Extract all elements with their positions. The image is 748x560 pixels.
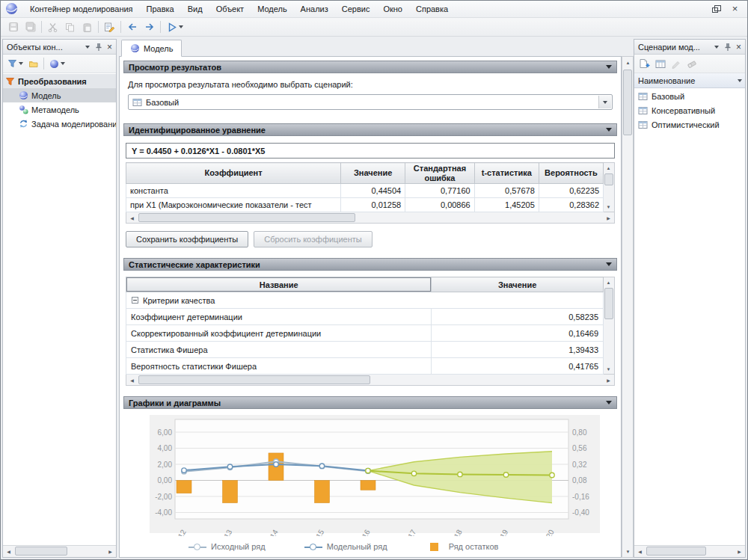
- pin-icon[interactable]: [94, 42, 103, 52]
- delete-scenario-button[interactable]: [684, 56, 699, 72]
- back-button[interactable]: [123, 19, 141, 35]
- scroll-thumb[interactable]: [604, 288, 613, 319]
- objects-panel-header: Объекты кон... ×: [3, 40, 116, 55]
- scenarios-panel-hscrollbar[interactable]: ◀ ▶: [634, 545, 745, 557]
- menu-help[interactable]: Справка: [409, 1, 455, 16]
- main-vscrollbar[interactable]: ▲ ▼: [622, 56, 634, 558]
- close-panel-icon[interactable]: ×: [107, 43, 112, 52]
- tree-item-metamodel[interactable]: Метамодель: [3, 102, 116, 117]
- filter-button[interactable]: [5, 56, 25, 72]
- table-hscrollbar[interactable]: ◀ ▶: [126, 212, 615, 224]
- collapse-group-icon[interactable]: [132, 297, 138, 304]
- scroll-right-button[interactable]: ▶: [105, 546, 116, 557]
- scenario-row-base[interactable]: Базовый: [634, 89, 745, 103]
- reset-coefficients-button[interactable]: Сбросить коэффициенты: [254, 231, 372, 247]
- scroll-up-button[interactable]: ▲: [604, 277, 613, 287]
- objects-panel-hscrollbar[interactable]: ◀ ▶: [3, 545, 116, 557]
- scenario-combobox[interactable]: Базовый: [128, 94, 613, 110]
- save-all-button[interactable]: [22, 19, 39, 35]
- scroll-left-button[interactable]: ◀: [126, 212, 138, 223]
- scroll-up-button[interactable]: ▲: [622, 57, 634, 68]
- tree-item-model[interactable]: Модель: [3, 88, 116, 102]
- menu-analysis[interactable]: Анализ: [294, 1, 335, 16]
- section-header-equation[interactable]: Идентифицированное уравнение: [123, 123, 617, 136]
- menu-container-modeling[interactable]: Контейнер моделирования: [23, 1, 140, 16]
- tree-item-label: Задача моделирования: [31, 120, 116, 129]
- equation-box[interactable]: Y = 0.4450 + 0.0126*X1 - 0.0801*X5: [126, 143, 615, 159]
- scroll-down-button[interactable]: ▼: [622, 546, 634, 557]
- table-row[interactable]: при X1 (Макроэкономические показатели - …: [126, 198, 604, 212]
- menu-view[interactable]: Вид: [181, 1, 209, 16]
- columns-button[interactable]: [653, 56, 668, 72]
- column-header[interactable]: Значение: [432, 277, 604, 292]
- scroll-thumb[interactable]: [138, 213, 355, 222]
- pin-icon[interactable]: [723, 42, 732, 52]
- table-row[interactable]: константа 0,44504 0,77160 0,57678 0,6223…: [126, 184, 604, 198]
- scroll-left-button[interactable]: ◀: [126, 375, 138, 385]
- column-header-name[interactable]: Наименование: [634, 73, 745, 88]
- scroll-up-button[interactable]: ▲: [604, 163, 613, 173]
- close-panel-icon[interactable]: ×: [736, 43, 741, 52]
- forward-button[interactable]: [141, 19, 158, 35]
- table-hscrollbar[interactable]: ◀ ▶: [126, 375, 615, 386]
- save-button[interactable]: [4, 19, 22, 35]
- table-row[interactable]: Статистика Фишера 1,39433: [126, 342, 604, 358]
- scroll-thumb[interactable]: [623, 70, 632, 135]
- group-row[interactable]: Критерии качества: [126, 292, 604, 309]
- collapse-icon: [606, 401, 612, 404]
- new-scenario-button[interactable]: [637, 56, 652, 72]
- edit-note-button[interactable]: [101, 19, 118, 35]
- menu-window[interactable]: Окно: [376, 1, 409, 16]
- table-row[interactable]: Скорректированный коэффициент детерминац…: [126, 325, 604, 342]
- section-header-results[interactable]: Просмотр результатов: [123, 61, 617, 73]
- scroll-right-button[interactable]: ▶: [603, 212, 614, 223]
- scroll-thumb[interactable]: [138, 375, 370, 384]
- combo-dropdown-button[interactable]: [598, 96, 611, 108]
- scenario-row-conservative[interactable]: Консервативный: [634, 103, 745, 117]
- section-header-statistics[interactable]: Статистические характеристики: [123, 258, 617, 271]
- table-row[interactable]: Вероятность статистики Фишера 0,41765: [126, 358, 604, 375]
- menu-object[interactable]: Объект: [209, 1, 251, 16]
- column-header[interactable]: Вероятность: [539, 163, 603, 184]
- column-header[interactable]: Значение: [341, 163, 405, 184]
- cut-button[interactable]: [44, 19, 61, 35]
- menu-edit[interactable]: Правка: [140, 1, 181, 16]
- tree-item-modeling-task[interactable]: Задача моделирования: [3, 117, 116, 131]
- folder-button[interactable]: [26, 56, 40, 72]
- view-mode-button[interactable]: [47, 56, 67, 72]
- copy-button[interactable]: [61, 19, 79, 35]
- column-header[interactable]: Коэффициент: [126, 163, 341, 184]
- table-row[interactable]: Коэффициент детерминации 0,58235: [126, 309, 604, 325]
- section-header-charts[interactable]: Графики и диаграммы: [123, 396, 617, 409]
- scroll-thumb[interactable]: [646, 547, 706, 556]
- panel-menu-icon[interactable]: [85, 46, 90, 49]
- column-header[interactable]: Стандартная ошибка: [405, 163, 475, 184]
- run-dropdown-icon[interactable]: [179, 25, 183, 28]
- scroll-down-button[interactable]: ▼: [604, 202, 613, 212]
- edit-scenario-button[interactable]: [669, 56, 684, 72]
- scroll-left-button[interactable]: ◀: [634, 546, 646, 557]
- scroll-down-button[interactable]: ▼: [604, 364, 613, 374]
- paste-button[interactable]: [79, 19, 96, 35]
- menu-model[interactable]: Модель: [251, 1, 293, 16]
- tree-item-transformations[interactable]: Преобразования: [3, 74, 116, 88]
- panel-menu-icon[interactable]: [714, 46, 719, 49]
- scroll-left-button[interactable]: ◀: [3, 546, 14, 557]
- menu-service[interactable]: Сервис: [335, 1, 377, 16]
- close-window-button[interactable]: ×: [725, 1, 745, 16]
- scroll-right-button[interactable]: ▶: [734, 546, 745, 557]
- run-button[interactable]: [163, 19, 187, 35]
- column-header[interactable]: Название: [126, 277, 432, 292]
- restore-window-button[interactable]: [705, 1, 725, 16]
- table-vscrollbar[interactable]: ▲ ▼: [604, 277, 615, 375]
- tab-model[interactable]: Модель: [121, 40, 182, 57]
- scroll-thumb[interactable]: [15, 547, 67, 556]
- scenario-icon: [132, 98, 142, 107]
- column-dropdown-icon[interactable]: [738, 79, 742, 82]
- table-vscrollbar[interactable]: ▲ ▼: [604, 162, 615, 212]
- scroll-thumb[interactable]: [604, 173, 613, 185]
- save-coefficients-button[interactable]: Сохранить коэффициенты: [126, 231, 248, 247]
- column-header[interactable]: t-статистика: [474, 163, 539, 184]
- scenario-row-optimistic[interactable]: Оптимистический: [634, 117, 745, 132]
- scroll-right-button[interactable]: ▶: [603, 375, 614, 385]
